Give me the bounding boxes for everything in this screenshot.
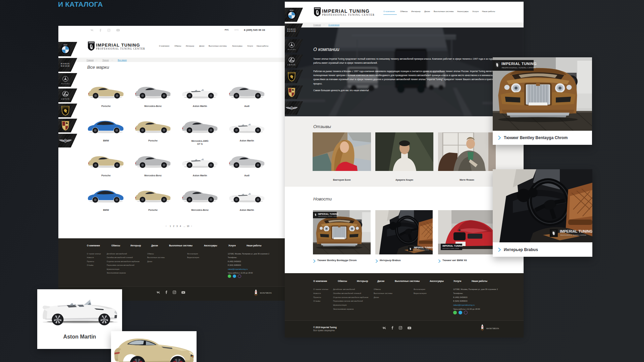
svg-text:LAMBORGHINI: LAMBORGHINI: [288, 73, 296, 74]
svg-text:Mercedes-Benz: Mercedes-Benz: [287, 49, 296, 50]
svg-text:LEXUS: LEXUS: [287, 63, 296, 65]
svg-text:Mercedes-Benz: Mercedes-Benz: [61, 82, 69, 84]
svg-text:B: B: [65, 139, 66, 142]
svg-text:LEXUS: LEXUS: [61, 98, 70, 100]
svg-text:IMPERIAL TUNING: IMPERIAL TUNING: [442, 245, 463, 247]
svg-text:BMW: BMW: [63, 44, 67, 46]
svg-text:LAMBORGHINI: LAMBORGHINI: [61, 107, 69, 108]
svg-text:BMW: BMW: [290, 10, 294, 11]
svg-text:PROFESSIONAL TUNING CENTER: PROFESSIONAL TUNING CENTER: [442, 248, 459, 249]
svg-text:B: B: [291, 107, 292, 109]
